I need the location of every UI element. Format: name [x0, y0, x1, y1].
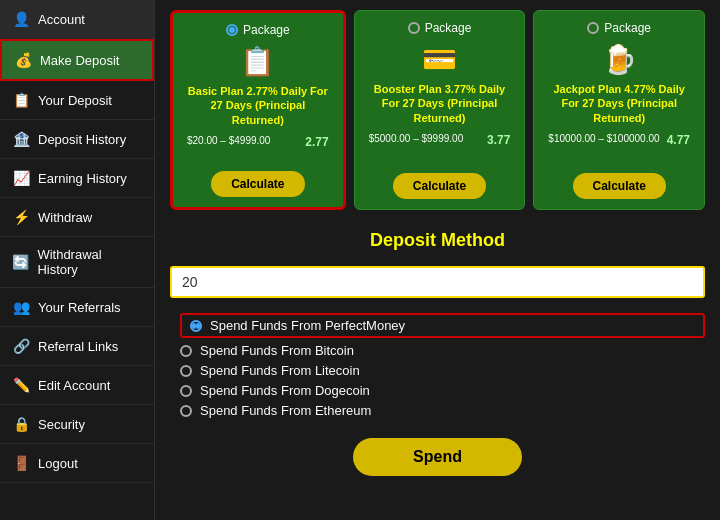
sidebar-item-account[interactable]: 👤 Account	[0, 0, 154, 39]
radio-bitcoin	[180, 345, 192, 357]
your-deposit-icon: 📋	[12, 91, 30, 109]
package-label-basic: Package	[226, 23, 290, 37]
radio-litecoin	[180, 365, 192, 377]
fund-label-dogecoin: Spend Funds From Dogecoin	[200, 383, 370, 398]
sidebar-label-account: Account	[38, 12, 85, 27]
sidebar-item-edit-account[interactable]: ✏️ Edit Account	[0, 366, 154, 405]
package-title-basic: Basic Plan 2.77% Daily For 27 Days (Prin…	[183, 84, 333, 127]
calculate-btn-booster[interactable]: Calculate	[393, 173, 486, 199]
package-radio-booster	[408, 22, 420, 34]
package-card-jackpot[interactable]: Package 🍺 Jackpot Plan 4.77% Daily For 2…	[533, 10, 705, 210]
calculate-btn-jackpot[interactable]: Calculate	[573, 173, 666, 199]
spend-button[interactable]: Spend	[353, 438, 522, 476]
amount-input-container	[170, 266, 705, 298]
sidebar-label-edit-account: Edit Account	[38, 378, 110, 393]
withdrawal-history-icon: 🔄	[12, 253, 29, 271]
fund-option-bitcoin[interactable]: Spend Funds From Bitcoin	[180, 343, 705, 358]
sidebar-item-logout[interactable]: 🚪 Logout	[0, 444, 154, 483]
your-referrals-icon: 👥	[12, 298, 30, 316]
package-label-booster: Package	[408, 21, 472, 35]
package-label-jackpot: Package	[587, 21, 651, 35]
sidebar-label-deposit-history: Deposit History	[38, 132, 126, 147]
sidebar-item-earning-history[interactable]: 📈 Earning History	[0, 159, 154, 198]
sidebar-item-withdrawal-history[interactable]: 🔄 Withdrawal History	[0, 237, 154, 288]
calculate-btn-basic[interactable]: Calculate	[211, 171, 304, 197]
fund-option-perfectmoney[interactable]: Spend Funds From PerfectMoney	[180, 313, 705, 338]
spend-btn-container: Spend	[170, 438, 705, 476]
package-icon-jackpot: 🍺	[602, 43, 637, 76]
referral-links-icon: 🔗	[12, 337, 30, 355]
sidebar-item-referral-links[interactable]: 🔗 Referral Links	[0, 327, 154, 366]
logout-icon: 🚪	[12, 454, 30, 472]
fund-option-litecoin[interactable]: Spend Funds From Litecoin	[180, 363, 705, 378]
fund-label-ethereum: Spend Funds From Ethereum	[200, 403, 371, 418]
sidebar-label-logout: Logout	[38, 456, 78, 471]
radio-ethereum	[180, 405, 192, 417]
radio-dogecoin	[180, 385, 192, 397]
packages-row: Package 📋 Basic Plan 2.77% Daily For 27 …	[170, 10, 705, 210]
fund-label-bitcoin: Spend Funds From Bitcoin	[200, 343, 354, 358]
withdraw-icon: ⚡	[12, 208, 30, 226]
package-card-booster[interactable]: Package 💳 Booster Plan 3.77% Daily For 2…	[354, 10, 526, 210]
sidebar-label-withdraw: Withdraw	[38, 210, 92, 225]
fund-label-litecoin: Spend Funds From Litecoin	[200, 363, 360, 378]
sidebar-item-your-deposit[interactable]: 📋 Your Deposit	[0, 81, 154, 120]
edit-account-icon: ✏️	[12, 376, 30, 394]
package-radio-basic	[226, 24, 238, 36]
sidebar-item-security[interactable]: 🔒 Security	[0, 405, 154, 444]
package-title-jackpot: Jackpot Plan 4.77% Daily For 27 Days (Pr…	[544, 82, 694, 125]
make-deposit-icon: 💰	[14, 51, 32, 69]
sidebar-label-withdrawal-history: Withdrawal History	[37, 247, 142, 277]
amount-input[interactable]	[182, 274, 693, 290]
radio-perfectmoney	[190, 320, 202, 332]
sidebar: 👤 Account 💰 Make Deposit 📋 Your Deposit …	[0, 0, 155, 520]
fund-options: Spend Funds From PerfectMoney Spend Fund…	[170, 313, 705, 418]
sidebar-label-your-deposit: Your Deposit	[38, 93, 112, 108]
main-content: Package 📋 Basic Plan 2.77% Daily For 27 …	[155, 0, 720, 520]
package-title-booster: Booster Plan 3.77% Daily For 27 Days (Pr…	[365, 82, 515, 125]
account-icon: 👤	[12, 10, 30, 28]
sidebar-item-your-referrals[interactable]: 👥 Your Referrals	[0, 288, 154, 327]
deposit-history-icon: 🏦	[12, 130, 30, 148]
package-icon-booster: 💳	[422, 43, 457, 76]
fund-option-ethereum[interactable]: Spend Funds From Ethereum	[180, 403, 705, 418]
sidebar-label-earning-history: Earning History	[38, 171, 127, 186]
security-icon: 🔒	[12, 415, 30, 433]
package-range-booster: $5000.00 – $9999.00 3.77	[365, 133, 515, 147]
sidebar-label-your-referrals: Your Referrals	[38, 300, 121, 315]
sidebar-label-security: Security	[38, 417, 85, 432]
sidebar-label-make-deposit: Make Deposit	[40, 53, 119, 68]
sidebar-label-referral-links: Referral Links	[38, 339, 118, 354]
deposit-method-title: Deposit Method	[170, 230, 705, 251]
sidebar-item-deposit-history[interactable]: 🏦 Deposit History	[0, 120, 154, 159]
package-range-jackpot: $10000.00 – $100000.00 4.77	[544, 133, 694, 147]
package-icon-basic: 📋	[240, 45, 275, 78]
package-radio-jackpot	[587, 22, 599, 34]
sidebar-item-make-deposit[interactable]: 💰 Make Deposit	[0, 39, 154, 81]
earning-history-icon: 📈	[12, 169, 30, 187]
fund-label-perfectmoney: Spend Funds From PerfectMoney	[210, 318, 405, 333]
package-range-basic: $20.00 – $4999.00 2.77	[183, 135, 333, 149]
package-card-basic[interactable]: Package 📋 Basic Plan 2.77% Daily For 27 …	[170, 10, 346, 210]
sidebar-item-withdraw[interactable]: ⚡ Withdraw	[0, 198, 154, 237]
fund-option-dogecoin[interactable]: Spend Funds From Dogecoin	[180, 383, 705, 398]
